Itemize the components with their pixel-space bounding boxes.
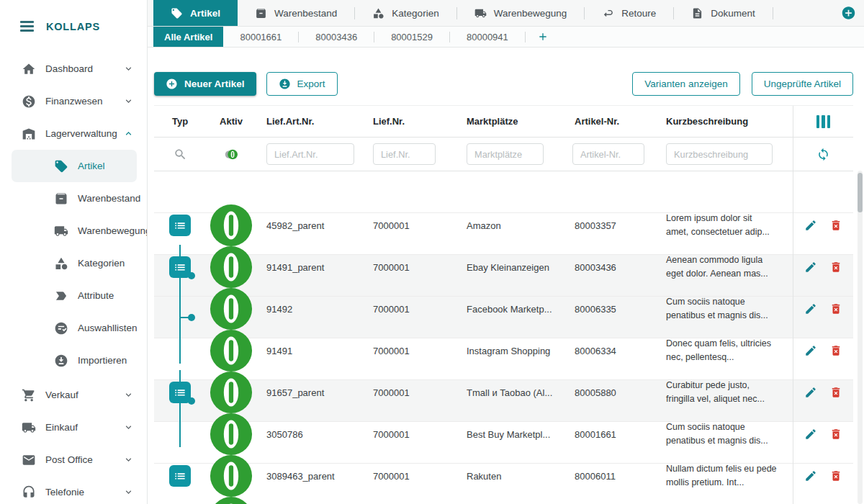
- chevron-down-icon: [123, 96, 134, 107]
- document-icon: [691, 7, 703, 19]
- sidebar-item-post-office[interactable]: Post Office: [0, 444, 147, 476]
- add-tab-button[interactable]: [841, 6, 856, 21]
- column-settings-cell: [793, 106, 853, 137]
- subtab-80001661[interactable]: 80001661: [223, 27, 298, 47]
- button-label: Ungeprüfte Artikel: [764, 78, 841, 89]
- search-icon[interactable]: [174, 148, 187, 161]
- cell-artikel-nr: 80001661: [564, 429, 660, 440]
- refresh-icon[interactable]: [816, 148, 830, 161]
- cell-lief-nr: 7000001: [363, 220, 456, 231]
- filter-artikel-nr-input[interactable]: [572, 143, 644, 165]
- sidebar-item-lagerverwaltung[interactable]: Lagerverwaltung: [0, 117, 147, 150]
- cell-lief-nr: 7000001: [363, 471, 456, 482]
- hamburger-menu-icon[interactable]: [20, 21, 34, 31]
- tab-warenbewegung[interactable]: Warenbewegung: [457, 0, 585, 26]
- sidebar-item-label: Lagerverwaltung: [45, 128, 117, 139]
- tab-artikel[interactable]: Artikel: [153, 0, 238, 26]
- cell-lief-art-nr: 91657_parent: [256, 387, 363, 398]
- tab-warenbestand[interactable]: Warenbestand: [238, 0, 354, 26]
- app-window: KOLLAPS Dashboard Finanzwesen Lagerverwa…: [0, 0, 864, 504]
- table-row[interactable]: 45982_parent 7000001 Amazon 80003357 Lor…: [154, 171, 853, 213]
- unchecked-articles-button[interactable]: Ungeprüfte Artikel: [752, 72, 853, 96]
- filter-marktplaetze-input[interactable]: [467, 143, 544, 165]
- sidebar-brand: KOLLAPS: [0, 0, 147, 53]
- plus-icon: [537, 31, 549, 42]
- sidebar-item-warenbewegung[interactable]: Warenbewegung: [0, 215, 147, 247]
- sidebar-item-dashboard[interactable]: Dashboard: [0, 53, 147, 85]
- table-filter-row: [154, 138, 853, 171]
- cell-lief-nr: 7000001: [363, 346, 456, 356]
- add-subtab-button[interactable]: [537, 31, 549, 42]
- import-download-icon: [279, 78, 291, 90]
- active-status-icon[interactable]: [206, 464, 256, 504]
- import-download-icon: [54, 354, 68, 368]
- filter-lief-art-nr-input[interactable]: [266, 143, 354, 165]
- sidebar-item-verkauf[interactable]: Verkauf: [0, 379, 147, 411]
- tab-dokument[interactable]: Dokument: [674, 0, 773, 26]
- column-header-typ[interactable]: Typ: [154, 116, 206, 127]
- subtab-label: Alle Artikel: [164, 32, 212, 42]
- list-type-icon[interactable]: [169, 382, 191, 403]
- cell-lief-nr: 7000001: [363, 262, 456, 273]
- tab-separator: [773, 7, 773, 19]
- tab-retoure[interactable]: Retoure: [585, 0, 673, 26]
- scrollbar-thumb[interactable]: [858, 173, 863, 212]
- cell-marktplatz: Facebook Marketp...: [456, 304, 564, 315]
- subtab-80003436[interactable]: 80003436: [299, 27, 374, 47]
- subtab-label: 80001661: [240, 32, 282, 42]
- sidebar-item-telefonie[interactable]: Telefonie: [0, 476, 147, 504]
- subtab-separator: [525, 32, 526, 42]
- sidebar-item-kategorien[interactable]: Kategorien: [0, 247, 147, 279]
- active-filter-icon[interactable]: [225, 148, 238, 161]
- tab-label: Warenbestand: [274, 8, 337, 19]
- sidebar-item-attribute[interactable]: Attribute: [0, 279, 147, 312]
- article-tab-bar: Alle Artikel 80001661 80003436 80001529 …: [148, 27, 864, 48]
- sidebar-item-label: Artikel: [78, 161, 105, 171]
- show-variants-button[interactable]: Varianten anzeigen: [632, 72, 739, 96]
- cell-artikel-nr: 80006334: [564, 346, 660, 356]
- cell-kurzbeschreibung: Lorem ipsum dolor sit amet, consectetuer…: [660, 212, 793, 239]
- sidebar-item-einkauf[interactable]: Einkauf: [0, 411, 147, 444]
- list-type-icon[interactable]: [169, 465, 191, 487]
- cell-lief-nr: 7000001: [363, 429, 456, 440]
- tab-label: Dokument: [711, 8, 755, 19]
- export-button[interactable]: Export: [266, 72, 338, 96]
- sidebar-item-label: Finanzwesen: [45, 96, 103, 107]
- filter-lief-nr-input[interactable]: [373, 143, 436, 165]
- sidebar-item-artikel[interactable]: Artikel: [12, 150, 137, 182]
- list-type-icon[interactable]: [169, 215, 191, 236]
- chevron-down-icon: [123, 487, 134, 498]
- cell-artikel-nr: 80003357: [564, 220, 660, 231]
- cell-lief-art-nr: 91491_parent: [256, 262, 363, 273]
- new-article-button[interactable]: Neuer Artikel: [154, 72, 256, 96]
- sidebar-item-importieren[interactable]: Importieren: [0, 344, 147, 377]
- sidebar-item-finanzwesen[interactable]: Finanzwesen: [0, 85, 147, 117]
- column-header-lief-art-nr[interactable]: Lief.Art.Nr.: [256, 116, 363, 127]
- column-header-aktiv[interactable]: Aktiv: [206, 116, 256, 127]
- tag-icon: [54, 159, 68, 174]
- column-header-artikel-nr[interactable]: Artikel-Nr.: [564, 116, 660, 127]
- sidebar-item-warenbestand[interactable]: Warenbestand: [0, 182, 147, 215]
- sidebar-item-auswahllisten[interactable]: Auswahllisten: [0, 312, 147, 344]
- subtab-80000941[interactable]: 80000941: [450, 27, 525, 47]
- inventory-box-icon: [255, 7, 267, 19]
- list-type-icon[interactable]: [169, 256, 191, 278]
- truck-icon: [54, 224, 68, 238]
- columns-icon[interactable]: [816, 115, 832, 128]
- column-header-marktplaetze[interactable]: Marktplätze: [456, 116, 564, 127]
- sidebar-item-label: Auswahllisten: [78, 323, 138, 333]
- cell-marktplatz: Rakuten: [456, 471, 564, 482]
- subtab-label: 80001529: [391, 32, 433, 42]
- tab-kategorien[interactable]: Kategorien: [355, 0, 456, 26]
- column-header-lief-nr[interactable]: Lief.Nr.: [363, 116, 456, 127]
- table-header-row: Typ Aktiv Lief.Art.Nr. Lief.Nr. Marktplä…: [154, 106, 853, 138]
- subtab-label: 80003436: [315, 32, 357, 42]
- column-header-kurzbeschreibung[interactable]: Kurzbeschreibung: [660, 116, 793, 127]
- sidebar-nav: Dashboard Finanzwesen Lagerverwaltung Ar…: [0, 53, 147, 504]
- cell-kurzbeschreibung: Donec quam felis, ultricies nec, pellent…: [660, 337, 793, 364]
- filter-kurzbeschreibung-input[interactable]: [666, 143, 773, 165]
- cell-lief-nr: 7000001: [363, 304, 456, 315]
- purchase-truck-icon: [22, 420, 36, 435]
- subtab-80001529[interactable]: 80001529: [374, 27, 449, 47]
- subtab-alle-artikel[interactable]: Alle Artikel: [153, 27, 223, 47]
